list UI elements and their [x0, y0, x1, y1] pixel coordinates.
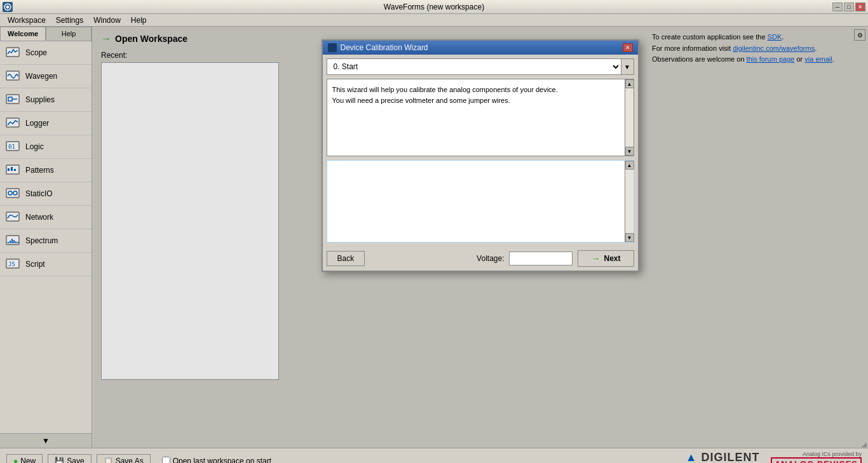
sidebar-item-logger[interactable]: Logger [0, 112, 92, 135]
calibration-dialog: Device Calibration Wizard ✕ 0. Start 1. … [322, 39, 639, 272]
svg-rect-23 [17, 242, 18, 243]
logos-area: ▲ DIGILENT A National Instruments Compan… [681, 451, 862, 463]
wavegen-icon [5, 69, 20, 84]
menu-workspace[interactable]: Workspace [3, 15, 51, 26]
description-content: This wizard will help you calibrate the … [327, 79, 634, 156]
sidebar-items: Scope Wavegen [0, 41, 92, 433]
next-button[interactable]: → Next [578, 250, 634, 267]
menu-help[interactable]: Help [126, 15, 152, 26]
title-bar: WaveForms (new workspace) ─ □ ✕ [0, 0, 868, 14]
new-label: New [20, 457, 36, 464]
analog-provided-by: Analog ICs provided by [803, 451, 862, 457]
svg-rect-12 [14, 169, 16, 171]
spectrum-icon [5, 233, 20, 248]
save-as-label: Save As [116, 457, 144, 464]
script-icon: JS [5, 257, 20, 272]
new-icon: ● [13, 457, 18, 464]
save-label: Save [67, 457, 84, 464]
window-title: WaveForms (new workspace) [384, 3, 484, 11]
logger-label: Logger [25, 119, 49, 128]
content-area: → Open Workspace Recent: To create custo… [92, 27, 868, 448]
save-icon: 💾 [55, 457, 64, 464]
notes-scrollbar: ▲ ▼ [625, 161, 634, 242]
maximize-button[interactable]: □ [844, 3, 854, 11]
digilent-name: ▲ DIGILENT [686, 451, 760, 463]
wavegen-label: Wavegen [25, 72, 57, 81]
sidebar-item-network[interactable]: Network [0, 206, 92, 229]
sidebar-item-script[interactable]: JS Script [0, 253, 92, 276]
spectrum-label: Spectrum [25, 236, 58, 245]
voltage-label: Voltage: [477, 254, 504, 263]
logic-label: Logic [25, 142, 44, 151]
description-textarea: This wizard will help you calibrate the … [327, 79, 634, 156]
open-last-checkbox-container: Open last workspace on start [162, 457, 271, 464]
sidebar-item-logic[interactable]: 01 Logic [0, 135, 92, 159]
digilent-text: DIGILENT [702, 451, 760, 463]
open-last-checkbox[interactable] [162, 457, 170, 463]
description-line1: This wizard will help you calibrate the … [332, 84, 628, 95]
bottom-bar: ● New 💾 Save 📋 Save As Open last workspa… [0, 448, 868, 463]
sidebar-item-patterns[interactable]: Patterns [0, 159, 92, 182]
sidebar-item-wavegen[interactable]: Wavegen [0, 65, 92, 88]
notes-scroll-up[interactable]: ▲ [625, 161, 634, 170]
network-icon [5, 210, 20, 225]
sidebar-tabs: Welcome Help [0, 27, 92, 41]
scroll-track [625, 88, 634, 147]
scope-label: Scope [25, 48, 47, 57]
title-bar-left [3, 2, 15, 12]
step-selector: 0. Start 1. Voltage 2. Offset 3. Finish … [327, 58, 634, 75]
analog-devices-text: ANALOG DEVICES [771, 457, 862, 463]
staticIO-label: StaticIO [25, 189, 53, 198]
minimize-button[interactable]: ─ [832, 3, 843, 11]
next-arrow: → [591, 253, 600, 264]
scroll-down-btn[interactable]: ▼ [625, 147, 634, 156]
save-as-button[interactable]: 📋 Save As [97, 454, 151, 464]
dialog-footer: Back Voltage: → Next [323, 246, 638, 271]
tab-welcome[interactable]: Welcome [0, 27, 46, 41]
sidebar-scroll-down[interactable]: ▼ [0, 433, 92, 448]
digilent-logo: ▲ DIGILENT A National Instruments Compan… [681, 451, 764, 463]
svg-rect-18 [8, 242, 9, 243]
sidebar-item-scope[interactable]: Scope [0, 41, 92, 65]
analog-devices-logo: Analog ICs provided by ANALOG DEVICES [771, 451, 862, 463]
sidebar: Welcome Help Scope [0, 27, 92, 448]
script-label: Script [25, 260, 45, 269]
svg-rect-6 [6, 118, 19, 127]
main-layout: Welcome Help Scope [0, 27, 868, 448]
svg-rect-11 [11, 167, 13, 171]
analog-text: ANALOG [775, 459, 814, 463]
step-dropdown-arrow[interactable]: ▼ [621, 59, 634, 74]
notes-scroll-track [625, 170, 634, 233]
sidebar-item-supplies[interactable]: Supplies [0, 88, 92, 112]
svg-rect-10 [8, 168, 10, 171]
dialog-title-content: Device Calibration Wizard [328, 43, 428, 52]
tab-help[interactable]: Help [46, 27, 92, 41]
next-label: Next [604, 254, 620, 263]
save-button[interactable]: 💾 Save [48, 454, 91, 464]
back-button[interactable]: Back [327, 251, 365, 266]
notes-scroll-down[interactable]: ▼ [625, 233, 634, 242]
new-button[interactable]: ● New [6, 454, 43, 464]
dialog-close-button[interactable]: ✕ [623, 43, 633, 52]
svg-rect-21 [13, 240, 15, 243]
scroll-up-btn[interactable]: ▲ [625, 79, 634, 88]
sidebar-item-staticIO[interactable]: StaticIO [0, 182, 92, 206]
svg-rect-1 [6, 48, 19, 57]
logic-icon: 01 [5, 139, 20, 154]
network-label: Network [25, 213, 53, 222]
sidebar-item-spectrum[interactable]: Spectrum [0, 229, 92, 253]
modal-overlay: Device Calibration Wizard ✕ 0. Start 1. … [92, 27, 868, 448]
menu-bar: Workspace Settings Window Help [0, 14, 868, 27]
dialog-title-bar: Device Calibration Wizard ✕ [323, 41, 638, 55]
resize-handle[interactable]: ◢ [860, 440, 868, 448]
close-app-button[interactable]: ✕ [855, 3, 865, 11]
svg-rect-19 [10, 241, 11, 243]
voltage-input[interactable] [509, 252, 573, 265]
menu-settings[interactable]: Settings [51, 15, 88, 26]
description-scrollbar: ▲ ▼ [625, 79, 634, 156]
description-line2: You will need a precise voltmeter and so… [332, 95, 628, 106]
digilent-triangle: ▲ [686, 451, 702, 463]
step-dropdown[interactable]: 0. Start 1. Voltage 2. Offset 3. Finish [327, 59, 621, 74]
menu-window[interactable]: Window [88, 15, 126, 26]
notes-textarea[interactable]: ▲ ▼ [327, 160, 634, 243]
